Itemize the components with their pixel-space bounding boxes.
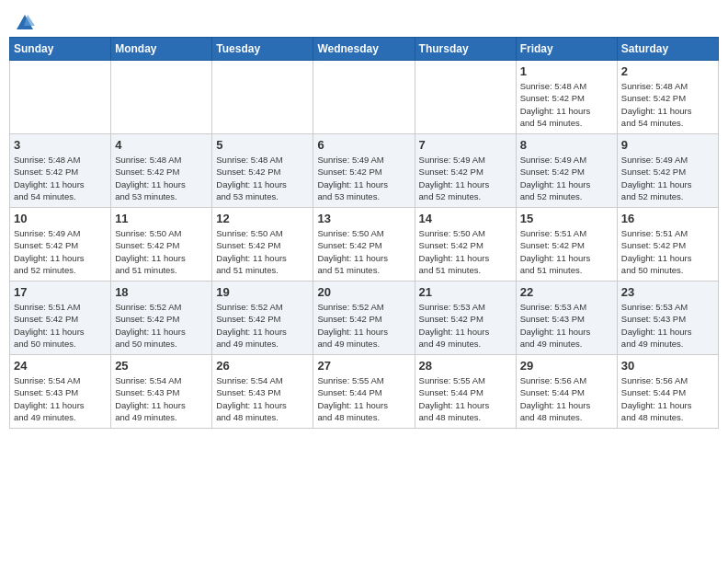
calendar-cell [415, 61, 516, 134]
day-info: Sunrise: 5:49 AMSunset: 5:42 PMDaylight:… [621, 154, 714, 202]
day-number: 19 [216, 285, 309, 299]
day-number: 25 [115, 359, 208, 373]
calendar-cell: 3Sunrise: 5:48 AMSunset: 5:42 PMDaylight… [10, 134, 111, 208]
week-row-4: 17Sunrise: 5:51 AMSunset: 5:42 PMDayligh… [10, 282, 719, 355]
day-number: 5 [216, 138, 309, 152]
header-day-monday: Monday [111, 38, 212, 61]
calendar-cell: 14Sunrise: 5:50 AMSunset: 5:42 PMDayligh… [415, 208, 516, 282]
day-number: 12 [216, 212, 309, 225]
day-number: 21 [419, 285, 512, 299]
header-day-tuesday: Tuesday [212, 38, 313, 61]
day-info: Sunrise: 5:48 AMSunset: 5:42 PMDaylight:… [520, 80, 613, 129]
calendar-cell: 8Sunrise: 5:49 AMSunset: 5:42 PMDaylight… [516, 134, 617, 208]
day-info: Sunrise: 5:53 AMSunset: 5:43 PMDaylight:… [621, 301, 714, 350]
calendar-cell: 24Sunrise: 5:54 AMSunset: 5:43 PMDayligh… [10, 355, 111, 429]
day-number: 18 [115, 285, 208, 299]
week-row-3: 10Sunrise: 5:49 AMSunset: 5:42 PMDayligh… [10, 208, 719, 282]
page-header [9, 9, 719, 29]
day-info: Sunrise: 5:49 AMSunset: 5:42 PMDaylight:… [520, 154, 613, 202]
calendar-cell: 13Sunrise: 5:50 AMSunset: 5:42 PMDayligh… [313, 208, 415, 282]
calendar-cell: 20Sunrise: 5:52 AMSunset: 5:42 PMDayligh… [313, 282, 415, 355]
day-info: Sunrise: 5:48 AMSunset: 5:42 PMDaylight:… [115, 154, 208, 202]
day-info: Sunrise: 5:49 AMSunset: 5:42 PMDaylight:… [14, 227, 107, 276]
day-number: 3 [14, 138, 107, 152]
logo-icon [15, 13, 35, 33]
day-info: Sunrise: 5:56 AMSunset: 5:44 PMDaylight:… [621, 374, 714, 423]
day-number: 20 [317, 285, 410, 299]
calendar-cell: 5Sunrise: 5:48 AMSunset: 5:42 PMDaylight… [212, 134, 313, 208]
calendar-cell: 26Sunrise: 5:54 AMSunset: 5:43 PMDayligh… [212, 355, 313, 429]
day-number: 15 [520, 212, 613, 225]
day-number: 22 [520, 285, 613, 299]
calendar-cell: 7Sunrise: 5:49 AMSunset: 5:42 PMDaylight… [415, 134, 516, 208]
day-info: Sunrise: 5:48 AMSunset: 5:42 PMDaylight:… [14, 154, 107, 202]
logo [13, 13, 35, 29]
day-number: 17 [14, 285, 107, 299]
day-info: Sunrise: 5:51 AMSunset: 5:42 PMDaylight:… [520, 227, 613, 276]
day-number: 1 [520, 64, 613, 78]
day-number: 26 [216, 359, 309, 373]
week-row-5: 24Sunrise: 5:54 AMSunset: 5:43 PMDayligh… [10, 355, 719, 429]
day-number: 30 [621, 359, 714, 373]
day-info: Sunrise: 5:53 AMSunset: 5:42 PMDaylight:… [419, 301, 512, 350]
day-info: Sunrise: 5:52 AMSunset: 5:42 PMDaylight:… [216, 301, 309, 350]
calendar-cell: 17Sunrise: 5:51 AMSunset: 5:42 PMDayligh… [10, 282, 111, 355]
calendar-cell: 19Sunrise: 5:52 AMSunset: 5:42 PMDayligh… [212, 282, 313, 355]
header-day-saturday: Saturday [617, 38, 718, 61]
day-number: 13 [317, 212, 410, 225]
header-day-sunday: Sunday [10, 38, 111, 61]
day-number: 2 [621, 64, 714, 78]
day-number: 8 [520, 138, 613, 152]
header-day-wednesday: Wednesday [313, 38, 415, 61]
week-row-2: 3Sunrise: 5:48 AMSunset: 5:42 PMDaylight… [10, 134, 719, 208]
day-info: Sunrise: 5:50 AMSunset: 5:42 PMDaylight:… [115, 227, 208, 276]
day-info: Sunrise: 5:48 AMSunset: 5:42 PMDaylight:… [216, 154, 309, 202]
day-number: 14 [419, 212, 512, 225]
day-number: 11 [115, 212, 208, 225]
calendar-cell: 12Sunrise: 5:50 AMSunset: 5:42 PMDayligh… [212, 208, 313, 282]
calendar-cell [313, 61, 415, 134]
day-info: Sunrise: 5:54 AMSunset: 5:43 PMDaylight:… [14, 374, 107, 423]
day-number: 24 [14, 359, 107, 373]
calendar-cell [111, 61, 212, 134]
day-info: Sunrise: 5:48 AMSunset: 5:42 PMDaylight:… [621, 80, 714, 129]
calendar-cell: 16Sunrise: 5:51 AMSunset: 5:42 PMDayligh… [617, 208, 718, 282]
calendar-cell: 28Sunrise: 5:55 AMSunset: 5:44 PMDayligh… [415, 355, 516, 429]
header-row: SundayMondayTuesdayWednesdayThursdayFrid… [10, 38, 719, 61]
day-info: Sunrise: 5:54 AMSunset: 5:43 PMDaylight:… [115, 374, 208, 423]
calendar-table: SundayMondayTuesdayWednesdayThursdayFrid… [9, 37, 719, 429]
day-info: Sunrise: 5:54 AMSunset: 5:43 PMDaylight:… [216, 374, 309, 423]
day-info: Sunrise: 5:49 AMSunset: 5:42 PMDaylight:… [419, 154, 512, 202]
calendar-cell: 4Sunrise: 5:48 AMSunset: 5:42 PMDaylight… [111, 134, 212, 208]
day-info: Sunrise: 5:49 AMSunset: 5:42 PMDaylight:… [317, 154, 410, 202]
day-number: 16 [621, 212, 714, 225]
calendar-cell: 29Sunrise: 5:56 AMSunset: 5:44 PMDayligh… [516, 355, 617, 429]
calendar-cell: 22Sunrise: 5:53 AMSunset: 5:43 PMDayligh… [516, 282, 617, 355]
day-info: Sunrise: 5:55 AMSunset: 5:44 PMDaylight:… [419, 374, 512, 423]
day-number: 7 [419, 138, 512, 152]
day-number: 28 [419, 359, 512, 373]
calendar-cell: 23Sunrise: 5:53 AMSunset: 5:43 PMDayligh… [617, 282, 718, 355]
calendar-cell: 2Sunrise: 5:48 AMSunset: 5:42 PMDaylight… [617, 61, 718, 134]
day-number: 10 [14, 212, 107, 225]
calendar-cell: 21Sunrise: 5:53 AMSunset: 5:42 PMDayligh… [415, 282, 516, 355]
calendar-cell: 11Sunrise: 5:50 AMSunset: 5:42 PMDayligh… [111, 208, 212, 282]
day-number: 6 [317, 138, 410, 152]
calendar-cell: 18Sunrise: 5:52 AMSunset: 5:42 PMDayligh… [111, 282, 212, 355]
calendar-cell: 30Sunrise: 5:56 AMSunset: 5:44 PMDayligh… [617, 355, 718, 429]
day-number: 4 [115, 138, 208, 152]
day-number: 23 [621, 285, 714, 299]
header-day-thursday: Thursday [415, 38, 516, 61]
day-number: 29 [520, 359, 613, 373]
day-number: 9 [621, 138, 714, 152]
day-info: Sunrise: 5:51 AMSunset: 5:42 PMDaylight:… [621, 227, 714, 276]
day-info: Sunrise: 5:51 AMSunset: 5:42 PMDaylight:… [14, 301, 107, 350]
calendar-cell: 15Sunrise: 5:51 AMSunset: 5:42 PMDayligh… [516, 208, 617, 282]
calendar-cell: 27Sunrise: 5:55 AMSunset: 5:44 PMDayligh… [313, 355, 415, 429]
day-number: 27 [317, 359, 410, 373]
day-info: Sunrise: 5:52 AMSunset: 5:42 PMDaylight:… [115, 301, 208, 350]
day-info: Sunrise: 5:53 AMSunset: 5:43 PMDaylight:… [520, 301, 613, 350]
calendar-cell: 6Sunrise: 5:49 AMSunset: 5:42 PMDaylight… [313, 134, 415, 208]
day-info: Sunrise: 5:50 AMSunset: 5:42 PMDaylight:… [216, 227, 309, 276]
calendar-cell: 9Sunrise: 5:49 AMSunset: 5:42 PMDaylight… [617, 134, 718, 208]
